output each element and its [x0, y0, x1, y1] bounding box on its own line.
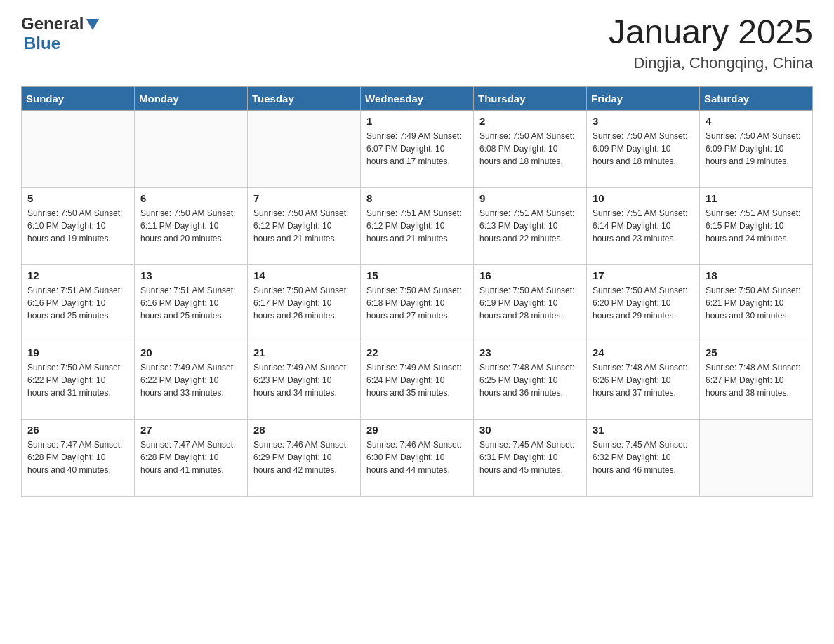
- day-number: 6: [140, 192, 241, 204]
- day-info: Sunrise: 7:49 AM Sunset: 6:23 PM Dayligh…: [253, 361, 355, 399]
- calendar-cell: 14Sunrise: 7:50 AM Sunset: 6:17 PM Dayli…: [248, 264, 361, 342]
- day-number: 14: [253, 269, 355, 281]
- logo: General Blue: [21, 14, 100, 53]
- calendar-cell: 22Sunrise: 7:49 AM Sunset: 6:24 PM Dayli…: [361, 342, 474, 419]
- calendar-cell: 20Sunrise: 7:49 AM Sunset: 6:22 PM Dayli…: [135, 342, 248, 419]
- calendar-cell: 12Sunrise: 7:51 AM Sunset: 6:16 PM Dayli…: [22, 264, 135, 342]
- logo-general-text: General: [21, 14, 84, 34]
- weekday-header-thursday: Thursday: [474, 86, 587, 110]
- day-info: Sunrise: 7:50 AM Sunset: 6:09 PM Dayligh…: [706, 130, 807, 168]
- day-info: Sunrise: 7:50 AM Sunset: 6:18 PM Dayligh…: [366, 284, 468, 322]
- calendar-cell: 18Sunrise: 7:50 AM Sunset: 6:21 PM Dayli…: [700, 264, 813, 342]
- day-number: 11: [706, 192, 807, 204]
- day-info: Sunrise: 7:49 AM Sunset: 6:24 PM Dayligh…: [366, 361, 468, 399]
- day-number: 4: [706, 115, 807, 127]
- calendar-cell: [248, 110, 361, 187]
- day-number: 27: [140, 424, 241, 436]
- title-block: January 2025 Dingjia, Chongqing, China: [609, 14, 813, 72]
- calendar-week-3: 12Sunrise: 7:51 AM Sunset: 6:16 PM Dayli…: [22, 264, 813, 342]
- svg-marker-0: [86, 19, 99, 30]
- logo-blue-text: Blue: [24, 34, 60, 53]
- weekday-header-monday: Monday: [135, 86, 248, 110]
- weekday-header-tuesday: Tuesday: [248, 86, 361, 110]
- day-number: 10: [593, 192, 694, 204]
- day-number: 5: [27, 192, 128, 204]
- calendar-cell: 6Sunrise: 7:50 AM Sunset: 6:11 PM Daylig…: [135, 187, 248, 264]
- calendar-cell: 15Sunrise: 7:50 AM Sunset: 6:18 PM Dayli…: [361, 264, 474, 342]
- calendar-cell: 3Sunrise: 7:50 AM Sunset: 6:09 PM Daylig…: [587, 110, 700, 187]
- day-number: 31: [593, 424, 694, 436]
- day-number: 21: [253, 347, 355, 358]
- month-title: January 2025: [609, 14, 813, 51]
- day-info: Sunrise: 7:50 AM Sunset: 6:09 PM Dayligh…: [593, 130, 694, 168]
- day-info: Sunrise: 7:48 AM Sunset: 6:27 PM Dayligh…: [706, 361, 807, 399]
- calendar-cell: 26Sunrise: 7:47 AM Sunset: 6:28 PM Dayli…: [22, 419, 135, 496]
- calendar-week-5: 26Sunrise: 7:47 AM Sunset: 6:28 PM Dayli…: [22, 419, 813, 496]
- calendar-cell: 2Sunrise: 7:50 AM Sunset: 6:08 PM Daylig…: [474, 110, 587, 187]
- calendar-cell: 29Sunrise: 7:46 AM Sunset: 6:30 PM Dayli…: [361, 419, 474, 496]
- day-number: 7: [253, 192, 355, 204]
- day-info: Sunrise: 7:47 AM Sunset: 6:28 PM Dayligh…: [140, 438, 241, 476]
- day-number: 13: [140, 269, 241, 281]
- calendar-cell: 24Sunrise: 7:48 AM Sunset: 6:26 PM Dayli…: [587, 342, 700, 419]
- day-number: 23: [479, 347, 581, 358]
- day-info: Sunrise: 7:50 AM Sunset: 6:20 PM Dayligh…: [593, 284, 694, 322]
- calendar-cell: 8Sunrise: 7:51 AM Sunset: 6:12 PM Daylig…: [361, 187, 474, 264]
- calendar-cell: 21Sunrise: 7:49 AM Sunset: 6:23 PM Dayli…: [248, 342, 361, 419]
- weekday-header-friday: Friday: [587, 86, 700, 110]
- day-info: Sunrise: 7:51 AM Sunset: 6:16 PM Dayligh…: [27, 284, 128, 322]
- calendar-cell: 30Sunrise: 7:45 AM Sunset: 6:31 PM Dayli…: [474, 419, 587, 496]
- day-number: 30: [479, 424, 581, 436]
- day-number: 2: [479, 115, 581, 127]
- day-number: 3: [593, 115, 694, 127]
- day-info: Sunrise: 7:51 AM Sunset: 6:14 PM Dayligh…: [593, 207, 694, 245]
- day-number: 17: [593, 269, 694, 281]
- calendar-cell: 13Sunrise: 7:51 AM Sunset: 6:16 PM Dayli…: [135, 264, 248, 342]
- day-number: 22: [366, 347, 468, 358]
- calendar-cell: 10Sunrise: 7:51 AM Sunset: 6:14 PM Dayli…: [587, 187, 700, 264]
- day-number: 15: [366, 269, 468, 281]
- calendar-cell: 11Sunrise: 7:51 AM Sunset: 6:15 PM Dayli…: [700, 187, 813, 264]
- calendar-cell: 19Sunrise: 7:50 AM Sunset: 6:22 PM Dayli…: [22, 342, 135, 419]
- day-info: Sunrise: 7:48 AM Sunset: 6:25 PM Dayligh…: [479, 361, 581, 399]
- day-info: Sunrise: 7:45 AM Sunset: 6:31 PM Dayligh…: [479, 438, 581, 476]
- day-info: Sunrise: 7:50 AM Sunset: 6:12 PM Dayligh…: [253, 207, 355, 245]
- calendar-cell: 7Sunrise: 7:50 AM Sunset: 6:12 PM Daylig…: [248, 187, 361, 264]
- calendar-cell: [700, 419, 813, 496]
- day-info: Sunrise: 7:50 AM Sunset: 6:19 PM Dayligh…: [479, 284, 581, 322]
- calendar-cell: 17Sunrise: 7:50 AM Sunset: 6:20 PM Dayli…: [587, 264, 700, 342]
- day-info: Sunrise: 7:50 AM Sunset: 6:17 PM Dayligh…: [253, 284, 355, 322]
- day-info: Sunrise: 7:50 AM Sunset: 6:10 PM Dayligh…: [27, 207, 128, 245]
- day-info: Sunrise: 7:51 AM Sunset: 6:13 PM Dayligh…: [479, 207, 581, 245]
- day-number: 29: [366, 424, 468, 436]
- day-number: 28: [253, 424, 355, 436]
- calendar-cell: 1Sunrise: 7:49 AM Sunset: 6:07 PM Daylig…: [361, 110, 474, 187]
- calendar-cell: 31Sunrise: 7:45 AM Sunset: 6:32 PM Dayli…: [587, 419, 700, 496]
- logo-triangle-icon: [85, 18, 100, 32]
- day-number: 16: [479, 269, 581, 281]
- calendar-table: SundayMondayTuesdayWednesdayThursdayFrid…: [21, 86, 813, 497]
- day-number: 19: [27, 347, 128, 358]
- day-info: Sunrise: 7:46 AM Sunset: 6:30 PM Dayligh…: [366, 438, 468, 476]
- calendar-cell: 25Sunrise: 7:48 AM Sunset: 6:27 PM Dayli…: [700, 342, 813, 419]
- calendar-week-1: 1Sunrise: 7:49 AM Sunset: 6:07 PM Daylig…: [22, 110, 813, 187]
- calendar-cell: 23Sunrise: 7:48 AM Sunset: 6:25 PM Dayli…: [474, 342, 587, 419]
- day-number: 20: [140, 347, 241, 358]
- day-info: Sunrise: 7:50 AM Sunset: 6:22 PM Dayligh…: [27, 361, 128, 399]
- day-number: 26: [27, 424, 128, 436]
- day-info: Sunrise: 7:51 AM Sunset: 6:16 PM Dayligh…: [140, 284, 241, 322]
- day-info: Sunrise: 7:45 AM Sunset: 6:32 PM Dayligh…: [593, 438, 694, 476]
- calendar-week-2: 5Sunrise: 7:50 AM Sunset: 6:10 PM Daylig…: [22, 187, 813, 264]
- day-info: Sunrise: 7:46 AM Sunset: 6:29 PM Dayligh…: [253, 438, 355, 476]
- day-info: Sunrise: 7:50 AM Sunset: 6:21 PM Dayligh…: [706, 284, 807, 322]
- calendar-cell: 9Sunrise: 7:51 AM Sunset: 6:13 PM Daylig…: [474, 187, 587, 264]
- calendar-cell: 16Sunrise: 7:50 AM Sunset: 6:19 PM Dayli…: [474, 264, 587, 342]
- day-number: 12: [27, 269, 128, 281]
- calendar-cell: [22, 110, 135, 187]
- calendar-week-4: 19Sunrise: 7:50 AM Sunset: 6:22 PM Dayli…: [22, 342, 813, 419]
- day-info: Sunrise: 7:51 AM Sunset: 6:15 PM Dayligh…: [706, 207, 807, 245]
- day-info: Sunrise: 7:50 AM Sunset: 6:08 PM Dayligh…: [479, 130, 581, 168]
- day-number: 24: [593, 347, 694, 358]
- day-number: 25: [706, 347, 807, 358]
- calendar-cell: 5Sunrise: 7:50 AM Sunset: 6:10 PM Daylig…: [22, 187, 135, 264]
